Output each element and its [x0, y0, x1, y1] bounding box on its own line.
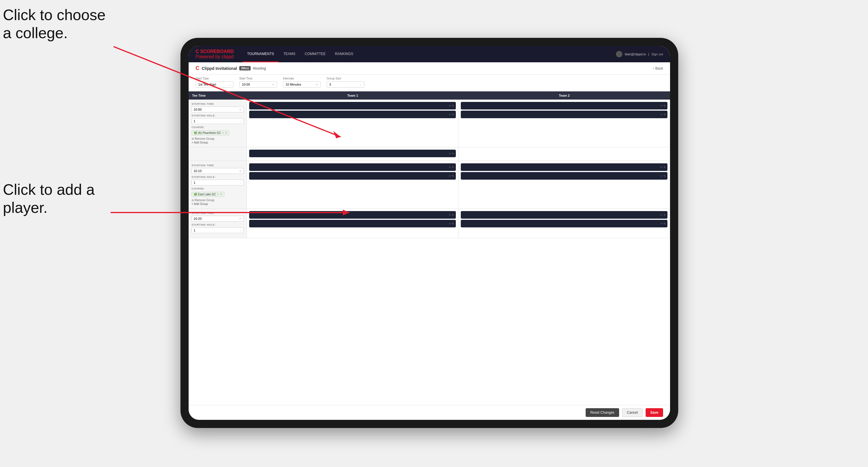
tournament-name: Clippd Invitational: [202, 66, 237, 71]
group-actions-1: ⊖ Remove Group + Add Group: [191, 137, 244, 144]
slot-edit-btn[interactable]: ✎: [663, 104, 666, 107]
course-label-2: COURSE:: [191, 187, 244, 190]
nav-link-teams[interactable]: TEAMS: [279, 46, 300, 62]
add-group-1[interactable]: + Add Group: [191, 141, 244, 144]
starting-time-label-2: STARTING TIME:: [191, 164, 244, 167]
th-team2: Team 2: [459, 91, 670, 100]
starting-hole-input-2[interactable]: 1⌄: [191, 180, 244, 185]
reset-button[interactable]: Reset Changes: [586, 408, 619, 417]
nav-links: TOURNAMENTS TEAMS COMMITTEE RANKINGS: [243, 46, 616, 62]
cancel-button[interactable]: Cancel: [622, 408, 643, 417]
back-button[interactable]: ‹ Back: [653, 66, 663, 70]
nav-link-rankings[interactable]: RANKINGS: [330, 46, 358, 62]
starting-hole-label-1: STARTING HOLE:: [191, 114, 244, 117]
team2-col-1: × ✎ × ✎: [459, 100, 670, 147]
edit-course-1[interactable]: ✎: [225, 131, 227, 134]
c-logo-icon: C: [196, 65, 199, 71]
nav-link-tournaments[interactable]: TOURNAMENTS: [243, 46, 279, 62]
save-button[interactable]: Save: [646, 408, 663, 417]
starting-time-input-3[interactable]: 10:20⊙: [191, 216, 244, 222]
team1-col-2: × ✎ × ✎: [247, 161, 459, 209]
course-sub-1: [189, 147, 247, 161]
starting-time-input-2[interactable]: 10:10⊙: [191, 168, 244, 174]
start-time-label: Start Time: [239, 77, 277, 80]
starting-time-input-1[interactable]: 10:00⊙: [191, 106, 244, 113]
slot-edit-btn[interactable]: ✎: [452, 113, 454, 116]
intervals-select[interactable]: 10 Minutes ⊙: [283, 81, 321, 88]
user-avatar: [616, 51, 622, 57]
player-slot-t1g3-2[interactable]: × ✎: [249, 220, 456, 227]
player-slot-sub-t1g1-1[interactable]: × ✎: [249, 150, 456, 157]
edit-course-2[interactable]: ✎: [220, 193, 222, 196]
player-slot-t1g2-1[interactable]: × ✎: [249, 163, 456, 171]
hosting-label: Hosting: [253, 66, 266, 70]
slot-edit-btn[interactable]: ✎: [452, 152, 454, 155]
tee-controls-1: STARTING TIME: 10:00⊙ STARTING HOLE: 1⌄ …: [189, 100, 247, 147]
slot-edit-btn[interactable]: ✎: [452, 104, 454, 107]
nav-link-committee[interactable]: COMMITTEE: [300, 46, 330, 62]
sub-row-1: × ✎: [189, 147, 670, 161]
starting-hole-label-3: STARTING HOLE:: [191, 223, 244, 226]
remove-course-1[interactable]: ×: [222, 131, 224, 134]
starting-hole-label-2: STARTING HOLE:: [191, 176, 244, 179]
team1-col-1: × ✎ × ✎: [247, 100, 459, 147]
remove-group-1[interactable]: ⊖ Remove Group: [191, 137, 244, 140]
player-slot-t2g3-1[interactable]: × ✎: [461, 211, 668, 219]
slot-x-btn[interactable]: ×: [449, 104, 451, 107]
player-slot-t2g1-1[interactable]: × ✎: [461, 102, 668, 110]
team2-col-2: × ✎ × ✎: [459, 161, 670, 209]
team1-col-3: × ✎ × ✎: [247, 209, 459, 238]
slot-edit-btn[interactable]: ✎: [663, 113, 666, 116]
th-tee-time: Tee Time: [189, 91, 247, 100]
group-size-group: Group Size 3 ⌄: [327, 77, 365, 88]
tablet-frame: C SCOREBOARD Powered by clippd TOURNAMEN…: [181, 38, 678, 428]
player-slot-t2g2-2[interactable]: × ✎: [461, 172, 668, 180]
starting-time-label-1: STARTING TIME:: [191, 102, 244, 105]
slot-x-btn[interactable]: ×: [449, 113, 451, 116]
slot-x-btn[interactable]: ×: [449, 152, 451, 155]
player-slot-t1g1-2[interactable]: × ✎: [249, 111, 456, 118]
course-badge-2: 🌿 East Lake GC × ✎: [191, 192, 224, 197]
sign-out-link[interactable]: Sign out: [651, 53, 663, 56]
group-actions-2: ⊖ Remove Group + Add Group: [191, 198, 244, 206]
gender-badge: (Men): [239, 66, 251, 70]
sub-header: C Clippd Invitational (Men) Hosting ‹ Ba…: [189, 62, 670, 74]
team2-col-3: × ✎ × ✎: [459, 209, 670, 238]
start-time-select[interactable]: 10:00 ⊙: [239, 81, 277, 88]
start-time-group: Start Time 10:00 ⊙: [239, 77, 277, 88]
user-email: blair@clippd.io: [625, 53, 646, 56]
starting-hole-input-1[interactable]: 1⌄: [191, 118, 244, 124]
table-header: Tee Time Team 1 Team 2: [189, 91, 670, 100]
tee-controls-2: STARTING TIME: 10:10⊙ STARTING HOLE: 1⌄ …: [189, 161, 247, 209]
nav-user: blair@clippd.io | Sign out: [616, 51, 663, 57]
intervals-group: Intervals 10 Minutes ⊙: [283, 77, 321, 88]
tablet-screen: C SCOREBOARD Powered by clippd TOURNAMEN…: [189, 46, 670, 420]
player-slot-t2g3-2[interactable]: × ✎: [461, 220, 668, 227]
start-type-select[interactable]: 1st Tee Start ⌄: [196, 81, 234, 88]
annotation-choose-college: Click to choose a college.: [3, 6, 114, 42]
tee-controls-3: STARTING TIME: 10:20⊙ STARTING HOLE: 1⌄: [189, 209, 247, 238]
scroll-area[interactable]: STARTING TIME: 10:00⊙ STARTING HOLE: 1⌄ …: [189, 100, 670, 405]
remove-course-2[interactable]: ×: [217, 193, 219, 196]
th-team1: Team 1: [247, 91, 459, 100]
tee-group-2: STARTING TIME: 10:10⊙ STARTING HOLE: 1⌄ …: [189, 161, 670, 209]
tee-group-1: STARTING TIME: 10:00⊙ STARTING HOLE: 1⌄ …: [189, 100, 670, 147]
team1-sub-1: × ✎: [247, 147, 459, 161]
slot-x-btn[interactable]: ×: [660, 113, 662, 116]
player-slot-t2g1-2[interactable]: × ✎: [461, 111, 668, 118]
nav-bar: C SCOREBOARD Powered by clippd TOURNAMEN…: [189, 46, 670, 62]
course-badge-1: 🌿 (A) Peachtree GC × ✎: [191, 130, 229, 135]
slot-x-btn[interactable]: ×: [660, 104, 662, 107]
player-slot-t2g2-1[interactable]: × ✎: [461, 163, 668, 171]
remove-group-2[interactable]: ⊖ Remove Group: [191, 198, 244, 202]
add-group-2[interactable]: + Add Group: [191, 203, 244, 206]
player-slot-t1g2-2[interactable]: × ✎: [249, 172, 456, 180]
group-size-select[interactable]: 3 ⌄: [327, 81, 365, 88]
player-slot-t1g1-1[interactable]: × ✎: [249, 102, 456, 110]
tournament-title: C Clippd Invitational (Men) Hosting: [196, 65, 266, 71]
player-slot-t1g3-1[interactable]: × ✎: [249, 211, 456, 219]
starting-time-label-3: STARTING TIME:: [191, 212, 244, 215]
starting-hole-input-3[interactable]: 1⌄: [191, 227, 244, 233]
tee-group-3: STARTING TIME: 10:20⊙ STARTING HOLE: 1⌄ …: [189, 209, 670, 238]
nav-logo-sub: Powered by clippd: [196, 54, 234, 59]
